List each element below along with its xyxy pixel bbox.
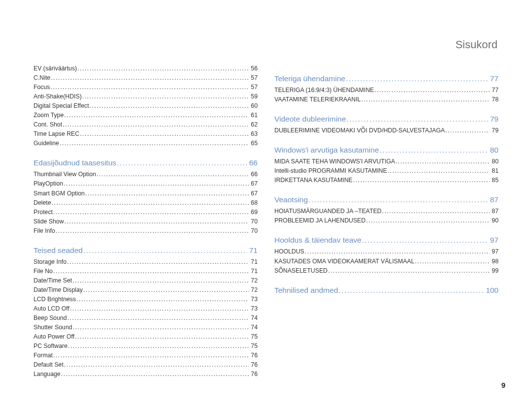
toc-entry: Format76 [33, 351, 258, 360]
toc-label: VAATAMINE TELERIEKRAANIL [274, 95, 361, 104]
toc-entry: File Info70 [33, 226, 258, 236]
toc-dots [51, 73, 249, 83]
toc-entry: Delete68 [33, 198, 258, 208]
toc-entry: C.Nite57 [33, 73, 258, 83]
toc-dots [68, 342, 249, 351]
toc-dots [305, 247, 490, 256]
toc-page: 80 [490, 157, 499, 166]
toc-entry: Smart BGM Option67 [33, 189, 258, 198]
toc-page: 66 [248, 157, 258, 169]
toc-label: PlayOption [33, 179, 63, 188]
toc-label: Protect [33, 208, 53, 217]
toc-entry: LCD Brightness73 [33, 295, 258, 304]
toc-page: 80 [489, 144, 499, 156]
toc-entry: Slide Show70 [33, 217, 258, 226]
toc-label: EV (säriväärtus) [33, 64, 77, 73]
toc-page: 71 [248, 245, 258, 256]
toc-dots [117, 157, 247, 169]
toc-left-column: EV (säriväärtus)56C.Nite57Focus57Anti-Sh… [33, 64, 258, 379]
toc-entry: VAATAMINE TELERIEKRAANIL78 [274, 95, 499, 104]
toc-dots [64, 179, 249, 188]
toc-page: 74 [249, 323, 258, 332]
toc-page: 70 [249, 226, 258, 236]
toc-label: Hooldus & täiendav teave [274, 234, 362, 246]
toc-entry: Language76 [33, 370, 258, 379]
toc-dots [53, 267, 249, 276]
toc-page: 100 [484, 284, 499, 296]
toc-label: Language [33, 370, 61, 379]
toc-page: 87 [490, 207, 499, 216]
toc-section: Tehnilised andmed100 [274, 284, 499, 296]
toc-page: 81 [490, 166, 499, 176]
toc-page: 67 [249, 179, 258, 188]
toc-page: 76 [249, 360, 258, 370]
toc-dots [61, 370, 249, 379]
toc-entry: EV (säriväärtus)56 [33, 64, 258, 73]
toc-entry: MIDA SAATE TEHA WINDOWS'I ARVUTIGA80 [274, 157, 499, 166]
toc-page: 75 [249, 342, 258, 351]
toc-dots [415, 257, 490, 266]
toc-section: Teised seaded71 [33, 245, 258, 256]
toc-page: 67 [249, 189, 258, 198]
toc-dots [60, 139, 249, 148]
toc-label: Date/Time Set [33, 276, 72, 285]
toc-label: IRDKETTANA KASUTAMINE [274, 176, 353, 185]
toc-label: File No [33, 267, 53, 276]
toc-entry: Storage Info71 [33, 257, 258, 267]
toc-label: Focus [33, 83, 50, 92]
toc-label: Veaotsing [274, 194, 308, 206]
toc-dots [362, 234, 488, 246]
toc-dots [83, 245, 247, 256]
toc-section: Veaotsing87 [274, 194, 499, 206]
toc-label: Anti-Shake(HDIS) [33, 92, 82, 101]
toc-page: 74 [249, 313, 258, 323]
toc-page: 76 [249, 370, 258, 379]
toc-dots [52, 198, 249, 208]
toc-section: Hooldus & täiendav teave97 [274, 234, 499, 246]
toc-entry: Guideline65 [33, 139, 258, 148]
toc-entry: PlayOption67 [33, 179, 258, 188]
toc-page: 77 [489, 73, 499, 85]
toc-section: Edasijõudnud taasesitus66 [33, 157, 258, 169]
toc-dots [53, 208, 249, 217]
toc-page: 78 [490, 95, 499, 104]
toc-label: Teleriga ühendamine [274, 73, 345, 85]
toc-dots [65, 217, 249, 226]
toc-label: Auto LCD Off [33, 304, 69, 313]
toc-entry: Thumbnail View Option66 [33, 170, 258, 179]
toc-page: 99 [490, 266, 499, 276]
toc-right-column: Teleriga ühendamine77TELERIGA (16:9/4:3)… [274, 64, 499, 379]
toc-entry: Cont. Shot62 [33, 120, 258, 129]
toc-label: Edasijõudnud taasesitus [33, 157, 116, 169]
toc-entry: KASUTADES OMA VIDEOKAAMERAT VÄLISMAAL98 [274, 257, 499, 266]
toc-page: 61 [249, 111, 258, 120]
toc-dots [346, 73, 488, 85]
toc-dots [51, 83, 249, 92]
toc-entry: Shutter Sound74 [33, 323, 258, 332]
toc-entry: Auto LCD Off73 [33, 304, 258, 313]
toc-entry: Auto Power Off75 [33, 332, 258, 342]
toc-label: MIDA SAATE TEHA WINDOWS'I ARVUTIGA [274, 157, 395, 166]
toc-label: Date/Time Display [33, 285, 83, 295]
toc-dots [85, 189, 249, 198]
toc-entry: Default Set76 [33, 360, 258, 370]
toc-entry: Beep Sound74 [33, 313, 258, 323]
toc-label: Intelli-studio PROGRAMMI KASUTAMINE [274, 166, 387, 176]
toc-dots [53, 351, 249, 360]
toc-page: 73 [249, 295, 258, 304]
toc-entry: Focus57 [33, 83, 258, 92]
toc-page: 79 [489, 113, 499, 125]
toc-page: 62 [249, 120, 258, 129]
toc-label: DUBLEERIMINE VIDEOMAKI VÕI DVD/HDD-SALVE… [274, 126, 445, 135]
toc-page: 97 [489, 234, 499, 246]
toc-label: Beep Sound [33, 313, 67, 323]
toc-entry: Protect69 [33, 208, 258, 217]
toc-label: Digital Special Effect [33, 101, 89, 111]
toc-label: TELERIGA (16:9/4:3) ÜHENDAMINE [274, 86, 374, 95]
toc-label: Videote dubleerimine [274, 113, 346, 125]
toc-label: File Info [33, 226, 55, 236]
toc-entry: PC Software75 [33, 342, 258, 351]
toc-dots [67, 257, 249, 267]
toc-dots [64, 360, 249, 370]
toc-label: HOIATUSMÄRGUANDED JA –TEATED [274, 207, 382, 216]
